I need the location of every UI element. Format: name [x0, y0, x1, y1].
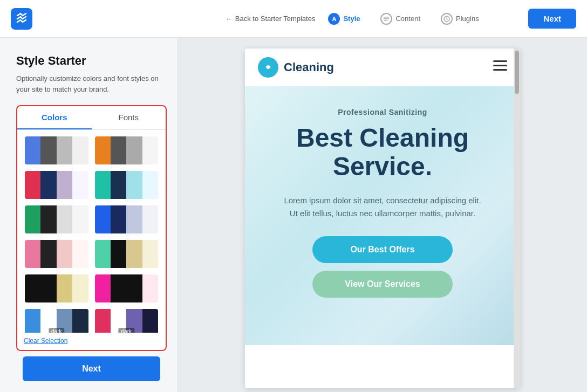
hero-primary-button[interactable]: Our Best Offers — [312, 236, 453, 263]
site-logo-icon — [258, 57, 278, 78]
svg-rect-1 — [384, 18, 389, 19]
svg-point-5 — [267, 66, 270, 69]
svg-rect-7 — [493, 65, 507, 66]
step-circle-style: A — [328, 13, 340, 25]
logo-icon — [11, 8, 32, 30]
logo-area — [11, 8, 183, 30]
sidebar-description: Optionally customize colors and font sty… — [16, 73, 167, 94]
nav-step-style[interactable]: A Style — [320, 10, 367, 28]
header-nav: ← Back to Starter Templates A Style Cont… — [183, 10, 528, 28]
step-circle-plugins — [441, 13, 453, 25]
dark-label: dark — [49, 328, 64, 333]
site-hamburger-icon[interactable] — [493, 60, 507, 74]
sidebar: Style Starter Optionally customize color… — [0, 38, 178, 392]
palette-item[interactable] — [94, 239, 160, 269]
site-logo-area: Cleaning — [258, 57, 334, 78]
palette-item[interactable] — [94, 204, 160, 235]
svg-rect-6 — [493, 60, 507, 62]
scrollbar[interactable] — [514, 49, 520, 388]
preview-content: Cleaning Professional Sanitizing Best Cl… — [245, 49, 520, 388]
tabs: Colors Fonts — [17, 106, 166, 130]
palette-item-dark-2[interactable]: dark — [94, 308, 160, 333]
palette-item[interactable] — [24, 239, 90, 269]
palette-item[interactable] — [24, 273, 90, 304]
palette-item[interactable] — [94, 273, 160, 304]
site-header: Cleaning — [245, 49, 520, 86]
preview-frame: Cleaning Professional Sanitizing Best Cl… — [245, 49, 520, 388]
svg-rect-0 — [384, 17, 389, 18]
preview-area: Cleaning Professional Sanitizing Best Cl… — [178, 38, 587, 392]
palette-item[interactable] — [24, 170, 90, 200]
palette-item-dark-1[interactable]: dark — [24, 308, 90, 333]
hero-secondary-button[interactable]: View Our Services — [312, 271, 453, 298]
svg-rect-8 — [493, 69, 507, 71]
site-logo-text: Cleaning — [284, 60, 334, 74]
back-link[interactable]: ← Back to Starter Templates — [226, 15, 316, 23]
nav-step-plugins[interactable]: Plugins — [433, 10, 487, 28]
sidebar-next-button[interactable]: Next — [23, 356, 160, 381]
palette-item[interactable] — [94, 135, 160, 166]
step-circle-content — [380, 13, 392, 25]
palette-grid: dark dark — [17, 135, 166, 333]
svg-rect-2 — [384, 20, 387, 21]
palette-item[interactable] — [24, 135, 90, 166]
back-arrow-icon: ← — [226, 15, 233, 23]
hero-description: Lorem ipsum dolor sit amet, consectetur … — [280, 194, 485, 220]
main-content: Style Starter Optionally customize color… — [0, 38, 587, 392]
nav-step-content[interactable]: Content — [373, 10, 428, 28]
scrollbar-thumb — [515, 51, 519, 94]
tab-fonts[interactable]: Fonts — [92, 106, 166, 129]
site-hero: Professional Sanitizing Best CleaningSer… — [245, 86, 520, 345]
header-next-button[interactable]: Next — [528, 9, 576, 29]
palette-item[interactable] — [24, 204, 90, 235]
selector-panel: Colors Fonts — [16, 105, 167, 351]
hero-title: Best CleaningService. — [267, 124, 499, 181]
sidebar-title: Style Starter — [16, 54, 167, 68]
hero-subtitle: Professional Sanitizing — [267, 108, 499, 116]
dark-label: dark — [119, 328, 134, 333]
palette-item[interactable] — [94, 170, 160, 200]
tab-colors[interactable]: Colors — [17, 106, 92, 129]
app-header: ← Back to Starter Templates A Style Cont… — [0, 0, 587, 38]
clear-selection-link[interactable]: Clear Selection — [17, 333, 166, 345]
